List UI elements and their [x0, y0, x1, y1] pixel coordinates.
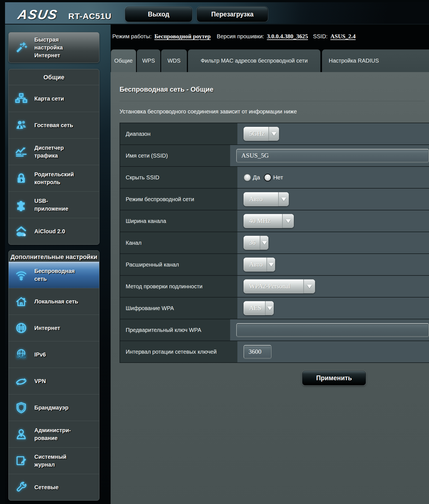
tab-mac-filter[interactable]: Фильтр MAC адресов беспроводной сети: [188, 49, 320, 72]
asus-logo: ASUS: [16, 7, 59, 22]
firmware-version-link[interactable]: 3.0.0.4.380_3625: [267, 33, 308, 40]
tab-radius[interactable]: Настройка RADIUS: [322, 49, 429, 72]
hide-ssid-label: Скрыть SSID: [120, 167, 237, 188]
chevron-down-icon: [282, 214, 294, 228]
sidebar-item-network-map[interactable]: Карта сети: [9, 85, 99, 112]
channel-width-dropdown[interactable]: 40 MHz: [244, 214, 294, 228]
tab-wps[interactable]: WPS: [137, 49, 160, 72]
sidebar-section-advanced: Дополнительные настройки Беспроводная се…: [8, 250, 99, 500]
sidebar-item-administration[interactable]: Администри-рование: [9, 421, 99, 447]
sidebar-item-wireless[interactable]: Беспроводная сеть: [9, 261, 99, 288]
syslog-icon: [12, 454, 30, 467]
table-row: Ширина канала 40 MHz: [120, 210, 429, 232]
chevron-down-icon: [260, 236, 268, 250]
channel-width-label: Ширина канала: [120, 210, 237, 232]
aicloud-icon: [12, 225, 30, 238]
operation-mode-link[interactable]: Беспроводной роутер: [154, 33, 211, 40]
sidebar-item-lan[interactable]: Локальная сеть: [9, 288, 99, 315]
ipv6-icon: IPv6: [12, 348, 30, 361]
wan-globe-icon: [12, 322, 30, 334]
sidebar-item-wan[interactable]: Интернет: [9, 315, 99, 341]
band-dropdown[interactable]: 5GHz: [244, 127, 279, 141]
brand-block: ASUS RT-AC51U: [18, 7, 111, 22]
wireless-mode-dropdown[interactable]: Авто: [244, 192, 289, 206]
wpa-encryption-label: Шифрование WPA: [120, 298, 237, 319]
band-label: Диапазон: [120, 123, 237, 144]
auth-method-dropdown[interactable]: WPA2-Personal: [244, 279, 315, 293]
sidebar-item-usb-application[interactable]: USB-приложение: [9, 191, 99, 218]
page-description: Установка беспроводного соединения завис…: [120, 108, 429, 115]
wireless-tabs: Общие WPS WDS Фильтр MAC адресов беспров…: [111, 49, 429, 72]
table-row: Диапазон 5GHz: [120, 123, 429, 145]
sidebar-item-label: Сетевые: [34, 483, 78, 491]
sidebar-item-traffic-manager[interactable]: Диспетчер трафика: [9, 138, 99, 165]
sidebar-item-label: Диспетчер трафика: [34, 144, 78, 160]
sidebar-item-ipv6[interactable]: IPv6 IPv6: [9, 341, 99, 368]
ssid-label: SSID:: [313, 33, 328, 40]
chevron-down-icon: [303, 279, 315, 293]
table-row: Шифрование WPA AES: [120, 298, 429, 319]
status-infobar: Режим работы: Беспроводной роутер Версия…: [112, 33, 356, 40]
sidebar-item-system-log[interactable]: Системный журнал: [9, 447, 99, 474]
sidebar-item-label: Беспроводная сеть: [34, 267, 78, 283]
sidebar-item-label: Локальная сеть: [34, 298, 78, 305]
sidebar-item-quick-setup[interactable]: Быстрая настройка Интернет: [8, 32, 99, 63]
auth-method-label: Метод проверки подлинности: [120, 276, 237, 297]
key-rotation-input[interactable]: 3600: [244, 345, 271, 358]
hide-ssid-yes-label: Да: [253, 174, 260, 181]
ssid-link[interactable]: ASUS_2.4: [330, 33, 356, 40]
hide-ssid-no-radio[interactable]: [264, 174, 271, 181]
sidebar-item-guest-network[interactable]: Гостевая сеть: [9, 112, 99, 138]
channel-label: Канал: [120, 232, 237, 253]
wireless-settings-table: Диапазон 5GHz Имя сети (SSID) ASUS_5G Ск…: [120, 123, 429, 363]
sidebar-item-label: Родительский контроль: [34, 170, 78, 186]
guest-network-icon: [12, 119, 30, 132]
table-row: Имя сети (SSID) ASUS_5G: [120, 145, 429, 167]
tab-wds[interactable]: WDS: [161, 49, 187, 72]
section-title: Общие: [9, 69, 99, 85]
apply-button[interactable]: Применить: [302, 371, 366, 385]
title-divider: [120, 101, 425, 101]
sidebar-item-network-tools[interactable]: Сетевые: [9, 474, 99, 500]
sidebar-item-parental-control[interactable]: Родительский контроль: [9, 165, 99, 191]
sidebar-item-label: USB-приложение: [34, 197, 78, 213]
router-admin-page: ASUS RT-AC51U Выход Перезагрузка Режим р…: [0, 0, 429, 504]
chevron-down-icon: [266, 258, 275, 272]
table-row: Предварительный ключ WPA: [120, 319, 429, 341]
reboot-button[interactable]: Перезагрузка: [197, 7, 268, 22]
firewall-shield-icon: [12, 401, 30, 414]
vpn-icon: [12, 375, 30, 387]
table-row: Интервал ротации сетевых ключей 3600: [120, 341, 429, 363]
sidebar-item-label: Гостевая сеть: [34, 121, 78, 129]
table-row: Скрыть SSID Да Нет: [120, 167, 429, 189]
svg-text:IPv6: IPv6: [16, 354, 26, 359]
section-title: Дополнительные настройки: [9, 251, 99, 261]
extension-channel-dropdown[interactable]: Авто: [244, 258, 275, 272]
chevron-down-icon: [265, 301, 274, 315]
magic-wand-icon: [12, 41, 30, 54]
operation-mode-label: Режим работы:: [112, 33, 152, 40]
firmware-label: Версия прошивки:: [217, 33, 264, 40]
sidebar-item-aicloud[interactable]: AiCloud 2.0: [9, 218, 99, 244]
wpa-key-input[interactable]: [236, 323, 429, 337]
chevron-down-icon: [268, 127, 279, 141]
sidebar: Быстрая настройка Интернет Общие Карта с…: [8, 32, 99, 501]
sidebar-item-firewall[interactable]: Брандмауэр: [9, 394, 99, 421]
sidebar-item-label: IPv6: [34, 351, 78, 358]
sidebar-section-general: Общие Карта сети: [8, 69, 99, 245]
sidebar-item-label: Интернет: [34, 324, 78, 332]
tab-general[interactable]: Общие: [111, 49, 136, 72]
admin-user-icon: [12, 428, 30, 441]
table-row: Метод проверки подлинности WPA2-Personal: [120, 276, 429, 298]
network-map-icon: [12, 92, 30, 105]
wpa-encryption-dropdown[interactable]: AES: [244, 301, 274, 315]
hide-ssid-yes-radio[interactable]: [244, 174, 251, 181]
lan-house-icon: [12, 295, 30, 308]
sidebar-item-vpn[interactable]: VPN: [9, 368, 99, 394]
parental-control-icon: [12, 172, 30, 185]
channel-dropdown[interactable]: 36: [244, 236, 268, 250]
ssid-input[interactable]: ASUS_5G: [236, 149, 429, 162]
logout-button[interactable]: Выход: [125, 7, 192, 22]
ssid-name-label: Имя сети (SSID): [120, 145, 230, 166]
network-tools-icon: [12, 481, 30, 494]
